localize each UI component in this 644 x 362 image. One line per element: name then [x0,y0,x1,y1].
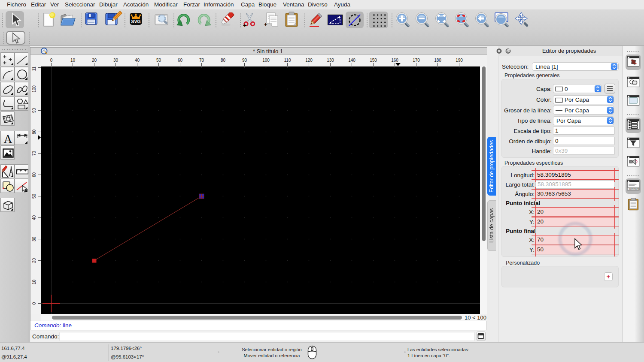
svg-text:30: 30 [32,237,36,242]
svg-text:120: 120 [305,58,313,63]
svg-text:100: 100 [262,58,270,63]
svg-text:70: 70 [32,151,36,156]
svg-text:140: 140 [348,58,355,63]
svg-text:10: 10 [70,58,76,63]
svg-text:70: 70 [199,58,204,63]
svg-text:130: 130 [327,58,334,63]
svg-text:+: + [264,21,267,27]
svg-text:170: 170 [413,58,420,63]
svg-text:100: 100 [32,85,36,93]
svg-text:60: 60 [32,172,36,178]
svg-text:160: 160 [391,58,398,63]
svg-text:190: 190 [456,58,463,63]
svg-text:0: 0 [32,302,36,305]
svg-text:20: 20 [32,258,36,263]
svg-text:60: 60 [178,58,183,63]
svg-text:40: 40 [32,215,36,220]
svg-text:0: 0 [50,58,53,63]
svg-text:+: + [243,22,246,27]
svg-text:10: 10 [32,280,36,285]
svg-text:110: 110 [284,58,291,63]
svg-text:90: 90 [32,108,36,113]
svg-text:150: 150 [370,58,377,63]
svg-text:80: 80 [32,130,36,135]
svg-text:20: 20 [92,58,97,63]
svg-text:90: 90 [242,58,247,63]
svg-text:110: 110 [32,66,36,71]
svg-text:50: 50 [156,58,161,63]
svg-text:A: A [4,133,12,145]
svg-text:180: 180 [434,58,441,63]
svg-text:80: 80 [221,58,226,63]
svg-text:40: 40 [135,58,140,63]
svg-text:command: command [629,187,639,190]
svg-text:30: 30 [113,58,118,63]
svg-text:50: 50 [32,194,36,199]
svg-text:SVG: SVG [131,19,140,24]
